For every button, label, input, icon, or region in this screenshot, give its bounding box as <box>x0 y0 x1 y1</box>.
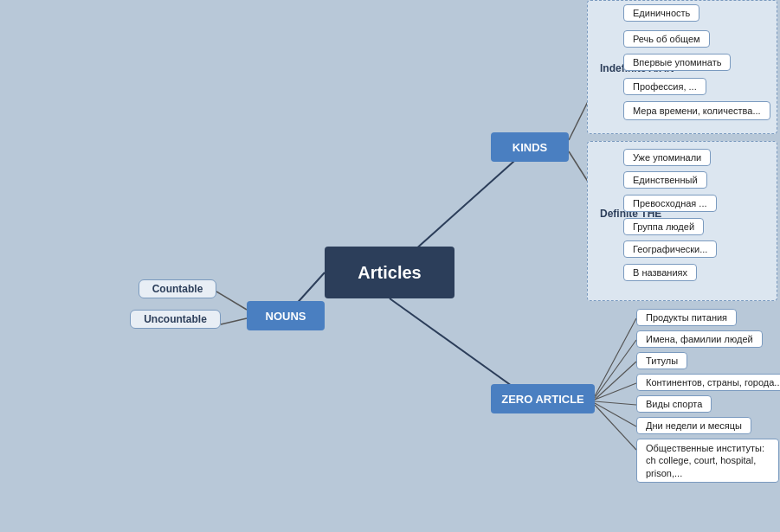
zero-item-1: Имена, фамилии людей <box>636 330 763 348</box>
uncountable-node: Uncountable <box>130 310 221 329</box>
indef-item-0: Единичность <box>623 4 699 22</box>
indef-item-2: Впервые упоминать <box>623 54 731 71</box>
svg-line-9 <box>595 362 636 400</box>
svg-line-13 <box>595 405 636 450</box>
svg-line-3 <box>216 292 247 310</box>
def-item-5: В названиях <box>623 264 697 281</box>
def-item-4: Географически... <box>623 240 717 258</box>
zero-item-5: Дни недели и месяцы <box>636 417 751 434</box>
def-item-2: Превосходная ... <box>623 195 717 212</box>
indef-item-3: Профессия, ... <box>623 78 706 95</box>
svg-line-4 <box>221 318 247 324</box>
zero-item-3: Континентов, страны, города... <box>636 374 780 391</box>
articles-node: Articles <box>325 247 454 298</box>
zero-item-4: Виды спорта <box>636 395 712 413</box>
svg-line-8 <box>595 340 636 398</box>
zero-item-6: Общественные институты: ch college, cour… <box>636 439 779 483</box>
def-item-3: Группа людей <box>623 218 704 235</box>
zero-article-node: ZERO ARTICLE <box>491 384 595 413</box>
svg-line-7 <box>595 318 636 396</box>
def-item-0: Уже упоминали <box>623 149 711 166</box>
indef-item-4: Мера времени, количества... <box>623 101 770 120</box>
nouns-node: NOUNS <box>247 301 325 330</box>
kinds-node: KINDS <box>491 132 569 162</box>
zero-item-2: Титулы <box>636 352 687 369</box>
svg-line-11 <box>595 401 636 405</box>
svg-line-12 <box>595 403 636 426</box>
svg-line-10 <box>595 383 636 400</box>
indef-item-1: Речь об общем <box>623 30 710 48</box>
countable-node: Countable <box>139 279 216 298</box>
zero-item-0: Продукты питания <box>636 309 737 326</box>
def-item-1: Единственный <box>623 171 707 189</box>
